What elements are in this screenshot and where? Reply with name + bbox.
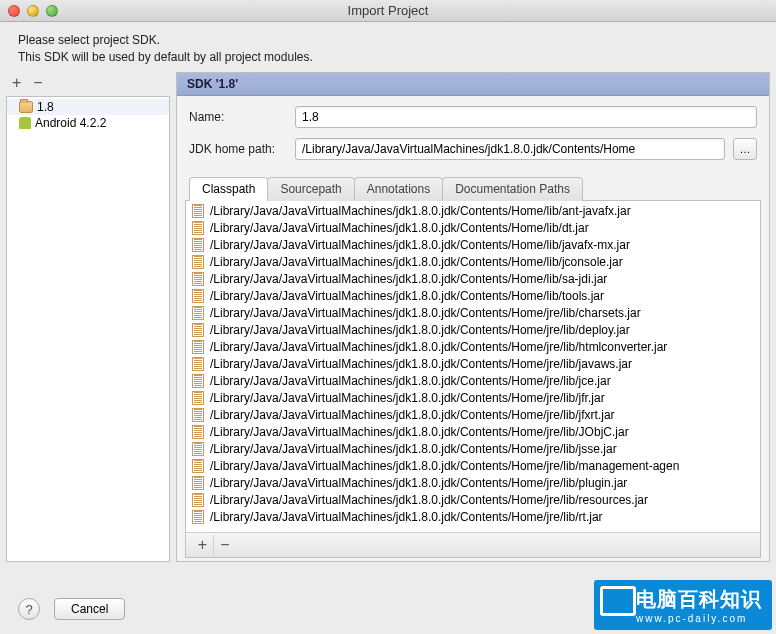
jar-icon — [192, 493, 204, 507]
classpath-entry[interactable]: /Library/Java/JavaVirtualMachines/jdk1.8… — [186, 254, 760, 271]
classpath-path: /Library/Java/JavaVirtualMachines/jdk1.8… — [210, 322, 630, 339]
help-button[interactable]: ? — [18, 598, 40, 620]
jar-icon — [192, 357, 204, 371]
add-classpath-button[interactable]: + — [192, 535, 214, 555]
tab-bar: ClasspathSourcepathAnnotationsDocumentat… — [177, 177, 769, 201]
sdk-name-input[interactable] — [295, 106, 757, 128]
tab-annotations[interactable]: Annotations — [354, 177, 443, 201]
classpath-path: /Library/Java/JavaVirtualMachines/jdk1.8… — [210, 203, 631, 220]
instructions-line1: Please select project SDK. — [18, 32, 758, 49]
remove-sdk-button[interactable]: − — [33, 74, 42, 92]
watermark: 电脑百科知识 www.pc-daily.com — [594, 580, 772, 630]
jar-icon — [192, 306, 204, 320]
classpath-path: /Library/Java/JavaVirtualMachines/jdk1.8… — [210, 509, 603, 526]
jar-icon — [192, 289, 204, 303]
window-title: Import Project — [0, 3, 776, 18]
home-path-label: JDK home path: — [189, 142, 287, 156]
classpath-entry[interactable]: /Library/Java/JavaVirtualMachines/jdk1.8… — [186, 407, 760, 424]
jar-icon — [192, 238, 204, 252]
jar-icon — [192, 221, 204, 235]
jar-icon — [192, 510, 204, 524]
classpath-entry[interactable]: /Library/Java/JavaVirtualMachines/jdk1.8… — [186, 288, 760, 305]
jar-icon — [192, 204, 204, 218]
classpath-path: /Library/Java/JavaVirtualMachines/jdk1.8… — [210, 492, 648, 509]
classpath-path: /Library/Java/JavaVirtualMachines/jdk1.8… — [210, 390, 605, 407]
remove-classpath-button[interactable]: − — [214, 535, 236, 555]
classpath-entry[interactable]: /Library/Java/JavaVirtualMachines/jdk1.8… — [186, 339, 760, 356]
sdk-tree-item[interactable]: Android 4.2.2 — [7, 115, 169, 131]
jar-icon — [192, 408, 204, 422]
sdk-detail-panel: SDK '1.8' Name: JDK home path: … Classpa… — [176, 72, 770, 562]
classpath-entry[interactable]: /Library/Java/JavaVirtualMachines/jdk1.8… — [186, 390, 760, 407]
classpath-path: /Library/Java/JavaVirtualMachines/jdk1.8… — [210, 356, 632, 373]
jar-icon — [192, 459, 204, 473]
classpath-entry[interactable]: /Library/Java/JavaVirtualMachines/jdk1.8… — [186, 492, 760, 509]
classpath-path: /Library/Java/JavaVirtualMachines/jdk1.8… — [210, 424, 629, 441]
classpath-entry[interactable]: /Library/Java/JavaVirtualMachines/jdk1.8… — [186, 509, 760, 526]
folder-icon — [19, 101, 33, 113]
jar-icon — [192, 442, 204, 456]
classpath-entry[interactable]: /Library/Java/JavaVirtualMachines/jdk1.8… — [186, 441, 760, 458]
add-sdk-button[interactable]: + — [12, 74, 21, 92]
name-label: Name: — [189, 110, 287, 124]
jar-icon — [192, 323, 204, 337]
classpath-entry[interactable]: /Library/Java/JavaVirtualMachines/jdk1.8… — [186, 373, 760, 390]
watermark-text: 电脑百科知识 — [636, 588, 762, 610]
watermark-url: www.pc-daily.com — [636, 613, 762, 624]
classpath-path: /Library/Java/JavaVirtualMachines/jdk1.8… — [210, 220, 589, 237]
sdk-tree-item-label: Android 4.2.2 — [35, 116, 106, 130]
instructions-line2: This SDK will be used by default by all … — [18, 49, 758, 66]
jar-icon — [192, 374, 204, 388]
instructions: Please select project SDK. This SDK will… — [0, 22, 776, 72]
cancel-button[interactable]: Cancel — [54, 598, 125, 620]
classpath-entry[interactable]: /Library/Java/JavaVirtualMachines/jdk1.8… — [186, 322, 760, 339]
classpath-entry[interactable]: /Library/Java/JavaVirtualMachines/jdk1.8… — [186, 356, 760, 373]
classpath-path: /Library/Java/JavaVirtualMachines/jdk1.8… — [210, 288, 604, 305]
sdk-header: SDK '1.8' — [177, 73, 769, 96]
classpath-path: /Library/Java/JavaVirtualMachines/jdk1.8… — [210, 475, 627, 492]
sdk-tree-item-label: 1.8 — [37, 100, 54, 114]
android-icon — [19, 117, 31, 129]
classpath-path: /Library/Java/JavaVirtualMachines/jdk1.8… — [210, 373, 611, 390]
titlebar: Import Project — [0, 0, 776, 22]
classpath-container: /Library/Java/JavaVirtualMachines/jdk1.8… — [185, 200, 761, 558]
classpath-entry[interactable]: /Library/Java/JavaVirtualMachines/jdk1.8… — [186, 424, 760, 441]
sdk-tree[interactable]: 1.8Android 4.2.2 — [6, 96, 170, 562]
classpath-path: /Library/Java/JavaVirtualMachines/jdk1.8… — [210, 237, 630, 254]
classpath-path: /Library/Java/JavaVirtualMachines/jdk1.8… — [210, 458, 679, 475]
classpath-entry[interactable]: /Library/Java/JavaVirtualMachines/jdk1.8… — [186, 237, 760, 254]
jar-icon — [192, 425, 204, 439]
browse-button[interactable]: … — [733, 138, 757, 160]
classpath-entry[interactable]: /Library/Java/JavaVirtualMachines/jdk1.8… — [186, 475, 760, 492]
classpath-entry[interactable]: /Library/Java/JavaVirtualMachines/jdk1.8… — [186, 305, 760, 322]
tab-classpath[interactable]: Classpath — [189, 177, 268, 201]
classpath-entry[interactable]: /Library/Java/JavaVirtualMachines/jdk1.8… — [186, 458, 760, 475]
classpath-path: /Library/Java/JavaVirtualMachines/jdk1.8… — [210, 305, 641, 322]
classpath-path: /Library/Java/JavaVirtualMachines/jdk1.8… — [210, 339, 667, 356]
tab-sourcepath[interactable]: Sourcepath — [267, 177, 354, 201]
classpath-path: /Library/Java/JavaVirtualMachines/jdk1.8… — [210, 254, 623, 271]
classpath-entry[interactable]: /Library/Java/JavaVirtualMachines/jdk1.8… — [186, 220, 760, 237]
jar-icon — [192, 340, 204, 354]
tab-documentation-paths[interactable]: Documentation Paths — [442, 177, 583, 201]
classpath-path: /Library/Java/JavaVirtualMachines/jdk1.8… — [210, 271, 607, 288]
classpath-path: /Library/Java/JavaVirtualMachines/jdk1.8… — [210, 407, 615, 424]
classpath-entry[interactable]: /Library/Java/JavaVirtualMachines/jdk1.8… — [186, 203, 760, 220]
sdk-list-panel: + − 1.8Android 4.2.2 — [6, 72, 170, 562]
jar-icon — [192, 272, 204, 286]
jar-icon — [192, 255, 204, 269]
classpath-entry[interactable]: /Library/Java/JavaVirtualMachines/jdk1.8… — [186, 271, 760, 288]
sdk-tree-item[interactable]: 1.8 — [7, 99, 169, 115]
jdk-home-input[interactable] — [295, 138, 725, 160]
jar-icon — [192, 391, 204, 405]
classpath-list[interactable]: /Library/Java/JavaVirtualMachines/jdk1.8… — [186, 201, 760, 532]
classpath-path: /Library/Java/JavaVirtualMachines/jdk1.8… — [210, 441, 617, 458]
jar-icon — [192, 476, 204, 490]
